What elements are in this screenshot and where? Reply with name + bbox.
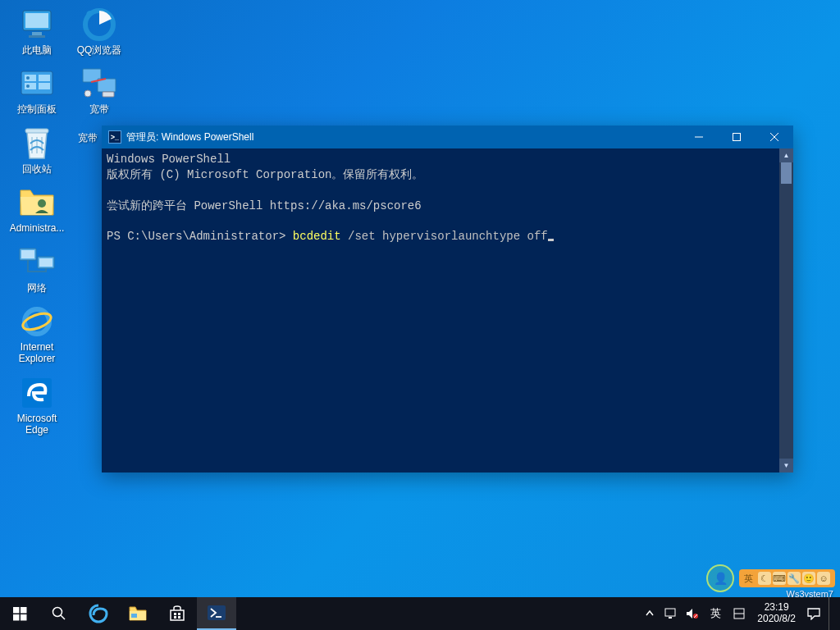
svg-rect-31 <box>13 614 20 621</box>
desktop-icon-control-panel[interactable]: 控制面板 <box>8 66 66 115</box>
network-tray-icon[interactable] <box>664 607 678 620</box>
svg-rect-32 <box>21 614 27 621</box>
term-line: 版权所有 (C) Microsoft Corporation。保留所有权利。 <box>107 168 423 181</box>
svg-rect-26 <box>733 134 741 141</box>
svg-rect-44 <box>669 617 672 619</box>
term-command: bcdedit <box>293 230 341 243</box>
search-icon <box>52 606 66 621</box>
svg-rect-29 <box>13 607 20 614</box>
windows-logo-icon <box>13 607 27 621</box>
trash-icon <box>22 126 52 162</box>
person-icon[interactable]: 🙂 <box>802 572 815 585</box>
taskbar-powershell[interactable] <box>197 597 236 630</box>
svg-rect-11 <box>25 129 48 133</box>
svg-rect-1 <box>25 13 48 28</box>
ie-icon <box>21 305 53 338</box>
desktop-icon-internet-explorer[interactable]: Internet Explorer <box>8 304 66 365</box>
volume-tray-icon[interactable] <box>686 607 699 620</box>
smile-icon[interactable]: ☺ <box>817 572 830 585</box>
svg-rect-43 <box>665 609 675 616</box>
desktop-icon-user-folder[interactable]: Administra... <box>8 185 66 234</box>
svg-rect-15 <box>21 250 34 258</box>
moon-icon[interactable]: ☾ <box>758 572 771 585</box>
ime-mode-icon[interactable] <box>733 607 746 620</box>
control-panel-icon <box>20 70 54 98</box>
close-button[interactable] <box>756 126 793 148</box>
svg-point-10 <box>26 84 30 88</box>
ime-button-group: ☾ ⌨ 🔧 🙂 ☺ <box>758 572 830 585</box>
start-button[interactable] <box>0 597 39 630</box>
icon-label: QQ浏览器 <box>71 44 128 56</box>
scroll-thumb[interactable] <box>781 162 792 184</box>
powershell-icon: >_ <box>108 130 121 144</box>
taskbar-store[interactable] <box>158 597 197 630</box>
ime-language[interactable]: 英 <box>707 606 724 621</box>
network-icon <box>18 247 56 278</box>
svg-point-23 <box>84 90 91 97</box>
icon-label: 网络 <box>8 282 66 294</box>
desktop-icon-microsoft-edge[interactable]: Microsoft Edge <box>8 375 66 436</box>
powershell-icon <box>208 605 226 620</box>
desktop-icon-qq-browser[interactable]: QQ浏览器 <box>71 7 128 56</box>
window-titlebar[interactable]: >_ 管理员: Windows PowerShell <box>102 126 793 148</box>
term-args: /set hypervisorlaunchtype off <box>341 230 548 243</box>
maximize-button[interactable] <box>718 126 756 148</box>
scroll-down-icon[interactable]: ▼ <box>779 459 793 472</box>
wrench-icon[interactable]: 🔧 <box>788 572 801 585</box>
svg-point-9 <box>26 76 30 80</box>
icon-label: Microsoft Edge <box>8 413 66 436</box>
tray-overflow-button[interactable] <box>643 607 656 620</box>
icon-label: 控制面板 <box>8 103 66 115</box>
svg-rect-7 <box>39 75 50 81</box>
window-title: 管理员: Windows PowerShell <box>126 130 680 144</box>
show-desktop-button[interactable] <box>829 597 833 630</box>
svg-rect-2 <box>32 32 42 35</box>
ime-mode-label: 英 <box>744 573 753 585</box>
monitor-icon <box>21 9 53 40</box>
svg-rect-24 <box>103 92 114 97</box>
minimize-button[interactable] <box>680 126 718 148</box>
clock-tray[interactable]: 23:19 2020/8/2 <box>754 602 799 625</box>
svg-rect-38 <box>178 613 180 615</box>
svg-rect-36 <box>131 614 137 618</box>
svg-rect-39 <box>174 616 176 619</box>
cursor-icon <box>548 239 554 241</box>
system-tray: 英 23:19 2020/8/2 <box>637 597 840 630</box>
tray-date: 2020/8/2 <box>757 614 796 625</box>
svg-point-33 <box>53 608 62 617</box>
powershell-window: >_ 管理员: Windows PowerShell Windows Power… <box>102 126 793 472</box>
terminal-body[interactable]: Windows PowerShell 版权所有 (C) Microsoft Co… <box>102 148 779 472</box>
term-line: 尝试新的跨平台 PowerShell https://aka.ms/pscore… <box>107 199 422 212</box>
keyboard-icon[interactable]: ⌨ <box>773 572 786 585</box>
taskbar-edge[interactable] <box>79 597 118 630</box>
terminal-scrollbar[interactable]: ▲ ▼ <box>779 148 793 472</box>
scroll-up-icon[interactable]: ▲ <box>779 148 793 162</box>
desktop-icon-recycle-bin[interactable]: 回收站 <box>8 126 66 175</box>
icon-label: 此电脑 <box>8 44 66 56</box>
edge-icon <box>21 377 53 409</box>
icon-label: Internet Explorer <box>8 341 66 365</box>
partial-label: 宽带 <box>78 131 98 145</box>
term-line: Windows PowerShell <box>107 153 231 166</box>
action-center-button[interactable] <box>807 607 820 620</box>
store-icon <box>169 605 185 622</box>
edge-icon <box>89 604 108 623</box>
icon-label: 宽带 <box>71 103 128 115</box>
folder-user-icon <box>19 187 55 218</box>
taskbar-explorer[interactable] <box>118 597 158 630</box>
watermark-circle-icon: 👤 <box>706 564 734 592</box>
svg-rect-16 <box>39 258 52 267</box>
folder-icon <box>129 606 147 621</box>
icon-label: Administra... <box>8 222 66 234</box>
dialup-icon <box>81 67 117 100</box>
svg-rect-40 <box>178 616 180 619</box>
svg-point-12 <box>38 199 46 208</box>
svg-rect-37 <box>174 613 176 615</box>
svg-rect-30 <box>21 607 27 614</box>
desktop-icon-dialup[interactable]: 宽带 <box>71 66 128 115</box>
search-button[interactable] <box>39 597 79 630</box>
desktop-icon-this-pc[interactable]: 此电脑 <box>8 7 66 56</box>
desktop-icon-network[interactable]: 网络 <box>8 244 66 294</box>
ime-toolbar[interactable]: 英 ☾ ⌨ 🔧 🙂 ☺ <box>739 569 835 587</box>
tray-time: 23:19 <box>757 602 796 614</box>
